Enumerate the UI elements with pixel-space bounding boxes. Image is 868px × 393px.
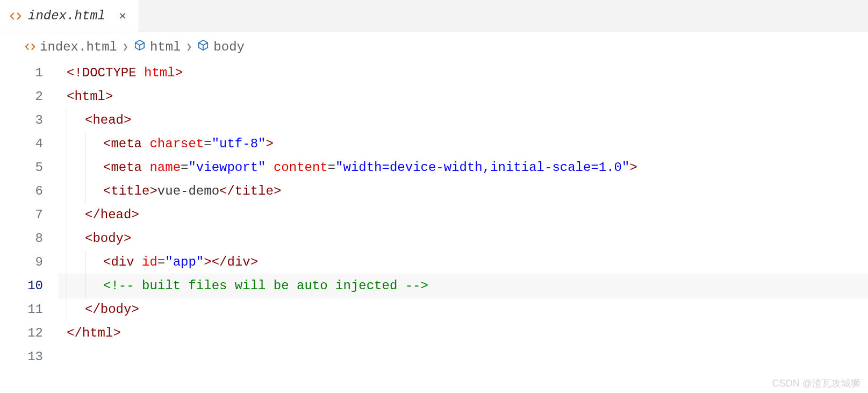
indent-guide [67, 203, 85, 227]
code-line[interactable] [59, 345, 868, 369]
breadcrumb-segment-html[interactable]: html [134, 39, 181, 55]
code-content: </head> [85, 203, 139, 227]
line-number: 3 [0, 109, 43, 132]
code-line[interactable]: <!-- built files will be auto injected -… [59, 274, 868, 298]
line-number: 7 [0, 203, 43, 227]
code-content: <!-- built files will be auto injected -… [103, 274, 428, 298]
indent-guide [67, 274, 85, 298]
code-line[interactable]: <div id="app"></div> [59, 251, 868, 274]
indent-guide [67, 251, 85, 274]
code-line[interactable]: <!DOCTYPE html> [59, 61, 868, 85]
line-number: 2 [0, 85, 43, 109]
code-line[interactable]: <head> [59, 109, 868, 132]
code-file-icon [25, 41, 35, 52]
code-line[interactable]: </head> [59, 203, 868, 227]
indent-guide [85, 156, 103, 180]
code-content: </html> [67, 321, 121, 345]
breadcrumb-segment-label: body [213, 40, 245, 54]
line-number-gutter: 12345678910111213 [0, 61, 59, 369]
code-content: <meta charset="utf-8"> [103, 132, 274, 156]
watermark: CSDN @渣瓦攻城狮 [772, 377, 860, 390]
chevron-right-icon: ❯ [123, 41, 128, 53]
line-number: 12 [0, 321, 43, 345]
tab-index-html[interactable]: index.html ✕ [0, 0, 139, 32]
code-line[interactable]: <meta name="viewport" content="width=dev… [59, 156, 868, 180]
code-content: </body> [85, 298, 139, 321]
cube-icon [134, 39, 146, 55]
breadcrumb-file[interactable]: index.html [25, 40, 117, 54]
close-icon[interactable]: ✕ [116, 9, 129, 23]
code-line[interactable]: <body> [59, 227, 868, 251]
code-file-icon [10, 10, 21, 22]
line-number: 6 [0, 180, 43, 203]
line-number: 1 [0, 61, 43, 85]
code-content: <!DOCTYPE html> [67, 61, 183, 85]
line-number: 4 [0, 132, 43, 156]
breadcrumb: index.html ❯ html ❯ body [0, 32, 868, 61]
indent-guide [67, 156, 85, 180]
code-content: <html> [67, 85, 113, 109]
indent-guide [67, 227, 85, 251]
indent-guide [85, 132, 103, 156]
code-content: <div id="app"></div> [103, 251, 258, 274]
line-number: 11 [0, 298, 43, 321]
code-line[interactable]: </body> [59, 298, 868, 321]
tab-bar: index.html ✕ [0, 0, 868, 32]
cube-icon [197, 39, 209, 55]
breadcrumb-segment-label: html [150, 40, 181, 54]
code-content: <title>vue-demo</title> [103, 180, 281, 203]
indent-guide [67, 180, 85, 203]
code-content: <head> [85, 109, 131, 132]
code-line[interactable]: <html> [59, 85, 868, 109]
line-number: 5 [0, 156, 43, 180]
editor[interactable]: 12345678910111213 <!DOCTYPE html><html><… [0, 61, 868, 369]
code-content: <body> [85, 227, 131, 251]
line-number: 8 [0, 227, 43, 251]
indent-guide [85, 274, 103, 298]
indent-guide [67, 109, 85, 132]
line-number: 9 [0, 251, 43, 274]
tab-filename: index.html [28, 9, 105, 23]
indent-guide [67, 298, 85, 321]
chevron-right-icon: ❯ [186, 41, 192, 53]
line-number: 10 [0, 274, 43, 298]
code-line[interactable]: <meta charset="utf-8"> [59, 132, 868, 156]
breadcrumb-file-label: index.html [40, 40, 117, 54]
breadcrumb-segment-body[interactable]: body [197, 39, 245, 55]
indent-guide [67, 132, 85, 156]
line-number: 13 [0, 345, 43, 369]
code-line[interactable]: </html> [59, 321, 868, 345]
code-area[interactable]: <!DOCTYPE html><html><head><meta charset… [59, 61, 868, 369]
code-content: <meta name="viewport" content="width=dev… [103, 156, 637, 180]
code-line[interactable]: <title>vue-demo</title> [59, 180, 868, 203]
indent-guide [85, 251, 103, 274]
indent-guide [85, 180, 103, 203]
